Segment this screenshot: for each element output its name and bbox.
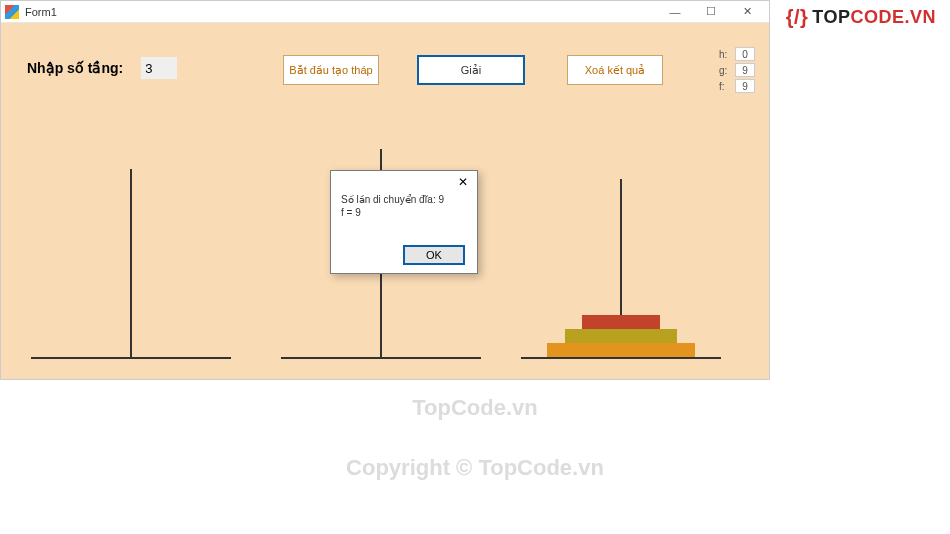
clear-button[interactable]: Xoá kết quả [567,55,663,85]
tower-a-base [31,357,231,359]
start-button[interactable]: Bắt đầu tạo tháp [283,55,379,85]
tower-count-label: Nhập số tầng: [27,60,123,76]
window-title: Form1 [25,6,57,18]
logo-bracket-icon: {/} [786,6,809,29]
close-button[interactable]: ✕ [729,2,765,22]
titlebar: Form1 — ☐ ✕ [1,1,769,23]
dialog-titlebar: ✕ [331,171,477,193]
app-icon [5,5,19,19]
dialog-line-1: Số lần di chuyển đĩa: 9 [341,193,467,206]
tower-c-base [521,357,721,359]
dialog-body: Số lần di chuyển đĩa: 9 f = 9 [331,193,477,219]
stat-h-label: h: [719,49,735,60]
tower-b-base [281,357,481,359]
solve-button[interactable]: Giải [417,55,525,85]
stat-g-label: g: [719,65,735,76]
stat-h-value: 0 [735,47,755,61]
disk-1 [582,315,660,329]
watermark-1: TopCode.vn [0,395,950,421]
site-logo: {/} TOPCODE.VN [786,6,936,29]
message-dialog: ✕ Số lần di chuyển đĩa: 9 f = 9 OK [330,170,478,274]
maximize-button[interactable]: ☐ [693,2,729,22]
dialog-ok-button[interactable]: OK [403,245,465,265]
watermark-2: Copyright © TopCode.vn [0,455,950,481]
input-group: Nhập số tầng: [27,57,177,79]
minimize-button[interactable]: — [657,2,693,22]
dialog-line-2: f = 9 [341,206,467,219]
stats-panel: h:0 g:9 f:9 [719,47,755,95]
dialog-close-icon[interactable]: ✕ [455,174,471,190]
disk-2 [565,329,677,343]
logo-text-2: CODE.VN [850,7,936,28]
stat-g-value: 9 [735,63,755,77]
tower-a-pole [130,169,132,359]
window-controls: — ☐ ✕ [657,2,765,22]
toolbar: Nhập số tầng: Bắt đầu tạo tháp Giải Xoá … [27,51,761,91]
disk-3 [547,343,695,357]
stat-f-value: 9 [735,79,755,93]
dialog-buttons: OK [403,245,465,265]
logo-text-1: TOP [812,7,850,28]
stat-f-label: f: [719,81,735,92]
tower-count-input[interactable] [141,57,177,79]
